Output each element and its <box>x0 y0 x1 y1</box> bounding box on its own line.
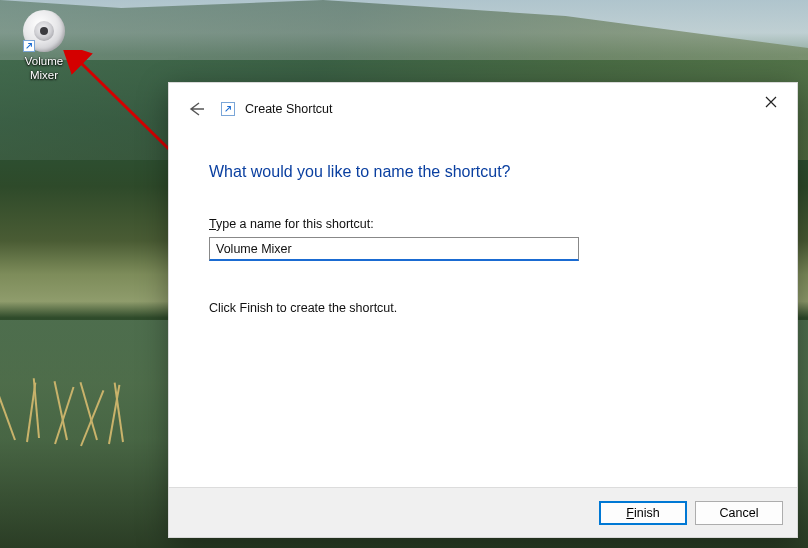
create-shortcut-dialog: Create Shortcut What would you like to n… <box>168 82 798 538</box>
volume-speaker-icon <box>23 10 65 52</box>
shortcut-name-label: Type a name for this shortcut: <box>209 217 757 231</box>
dialog-footer: Finish Cancel <box>169 487 797 537</box>
dialog-header: Create Shortcut <box>169 83 797 135</box>
desktop-shortcut-label: Volume Mixer <box>25 54 63 82</box>
shortcut-arrow-overlay-icon <box>23 40 35 52</box>
desktop-shortcut-volume-mixer[interactable]: Volume Mixer <box>16 10 72 82</box>
shortcut-name-input[interactable] <box>209 237 579 261</box>
dialog-heading: What would you like to name the shortcut… <box>209 163 757 181</box>
dialog-body: What would you like to name the shortcut… <box>169 135 797 487</box>
finish-button[interactable]: Finish <box>599 501 687 525</box>
shortcut-title-icon <box>221 102 235 116</box>
close-button[interactable] <box>751 87 791 117</box>
dialog-title: Create Shortcut <box>245 102 333 116</box>
cancel-button[interactable]: Cancel <box>695 501 783 525</box>
back-button[interactable] <box>187 99 207 119</box>
dialog-help-text: Click Finish to create the shortcut. <box>209 301 757 315</box>
desktop: Volume Mixer Create Shortcut What would <box>0 0 808 548</box>
